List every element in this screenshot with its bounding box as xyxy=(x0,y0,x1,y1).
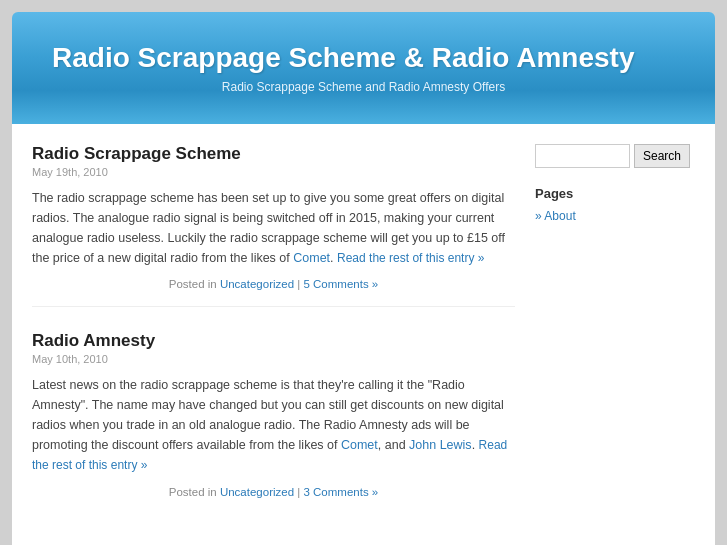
article-1-title: Radio Scrappage Scheme xyxy=(32,144,515,164)
site-header: Radio Scrappage Scheme & Radio Amnesty R… xyxy=(12,12,715,124)
site-subtitle: Radio Scrappage Scheme and Radio Amnesty… xyxy=(52,80,675,94)
site-title: Radio Scrappage Scheme & Radio Amnesty xyxy=(52,42,675,74)
article-1-comments[interactable]: 5 Comments » xyxy=(303,278,378,290)
content-wrapper: Radio Scrappage Scheme May 19th, 2010 Th… xyxy=(12,124,715,545)
page-wrapper: Radio Scrappage Scheme & Radio Amnesty R… xyxy=(0,12,727,545)
article-2-category[interactable]: Uncategorized xyxy=(220,486,294,498)
sidebar: Search Pages About xyxy=(535,144,695,538)
article-radio-scrappage: Radio Scrappage Scheme May 19th, 2010 Th… xyxy=(32,144,515,307)
article-1-body-text-2: . xyxy=(330,251,337,265)
article-1-link-comet[interactable]: Comet xyxy=(293,251,330,265)
article-2-link-johnlewis[interactable]: John Lewis xyxy=(409,438,472,452)
search-box: Search xyxy=(535,144,695,168)
sidebar-link-about[interactable]: About xyxy=(535,207,695,225)
article-2-comments[interactable]: 3 Comments » xyxy=(303,486,378,498)
article-1-read-more[interactable]: Read the rest of this entry » xyxy=(337,251,484,265)
article-2-link-comet[interactable]: Comet xyxy=(341,438,378,452)
article-radio-amnesty: Radio Amnesty May 10th, 2010 Latest news… xyxy=(32,331,515,513)
article-2-title: Radio Amnesty xyxy=(32,331,515,351)
article-2-date: May 10th, 2010 xyxy=(32,353,515,365)
article-2-body: Latest news on the radio scrappage schem… xyxy=(32,375,515,475)
search-button[interactable]: Search xyxy=(634,144,690,168)
article-1-category[interactable]: Uncategorized xyxy=(220,278,294,290)
article-1-footer: Posted in Uncategorized | 5 Comments » xyxy=(32,278,515,290)
article-2-body-text-3: . xyxy=(472,438,479,452)
article-1-date: May 19th, 2010 xyxy=(32,166,515,178)
article-2-posted-in: Posted in xyxy=(169,486,220,498)
pages-title: Pages xyxy=(535,186,695,201)
article-2-footer: Posted in Uncategorized | 3 Comments » xyxy=(32,486,515,498)
article-2-body-text-2: , and xyxy=(378,438,409,452)
article-1-body: The radio scrappage scheme has been set … xyxy=(32,188,515,268)
search-input[interactable] xyxy=(535,144,630,168)
main-content: Radio Scrappage Scheme May 19th, 2010 Th… xyxy=(32,144,515,538)
article-1-posted-in: Posted in xyxy=(169,278,220,290)
